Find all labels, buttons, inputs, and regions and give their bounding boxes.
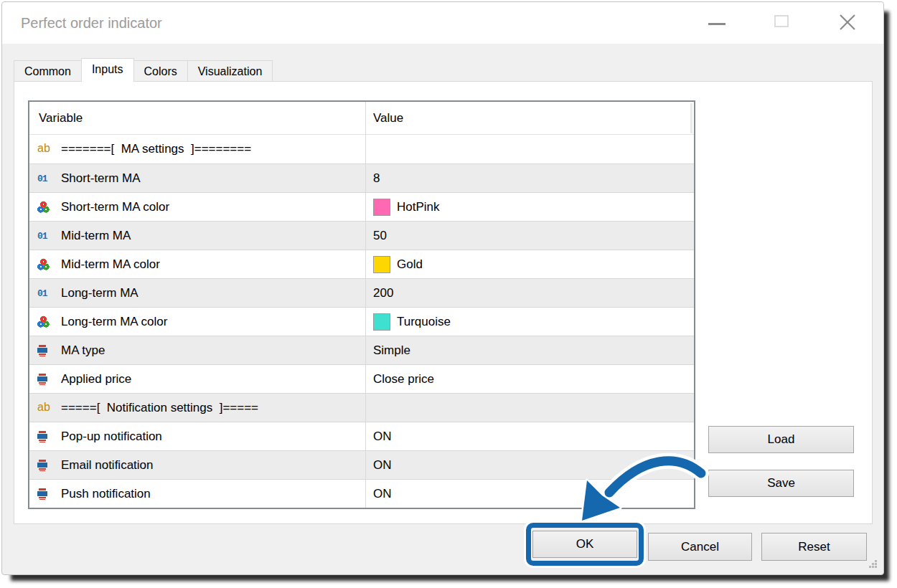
- tab-common[interactable]: Common: [14, 60, 82, 82]
- param-type-icon: 01: [37, 229, 52, 242]
- param-label: Long-term MA color: [61, 308, 167, 336]
- table-row[interactable]: Applied price Close price: [29, 364, 694, 393]
- param-label: Pop-up notification: [61, 422, 162, 450]
- table-row[interactable]: ab =======[ MA settings ]========: [29, 135, 694, 163]
- param-value[interactable]: ON: [373, 480, 392, 508]
- column-divider[interactable]: [365, 102, 366, 508]
- color-swatch[interactable]: [373, 199, 390, 216]
- param-value[interactable]: ON: [373, 422, 392, 450]
- param-label: =====[ Notification settings ]=====: [61, 394, 258, 422]
- param-type-icon: [37, 488, 47, 500]
- param-value[interactable]: Gold: [397, 250, 423, 278]
- param-label: MA type: [61, 336, 105, 364]
- minimize-icon[interactable]: [708, 23, 725, 25]
- window-title: Perfect order indicator: [21, 2, 162, 44]
- param-type-icon: [37, 374, 47, 385]
- param-value[interactable]: Simple: [373, 336, 410, 364]
- table-row[interactable]: Email notification ON: [29, 450, 694, 479]
- param-label: Email notification: [61, 451, 154, 479]
- close-icon[interactable]: [837, 12, 858, 32]
- title-bar: Perfect order indicator: [2, 2, 883, 44]
- table-row[interactable]: Short-term MA color HotPink: [29, 192, 694, 221]
- table-row[interactable]: Long-term MA color Turquoise: [29, 307, 694, 336]
- param-value[interactable]: Close price: [373, 365, 434, 393]
- param-type-icon: [37, 460, 47, 471]
- column-header-value: Value: [373, 102, 403, 135]
- param-value[interactable]: 200: [373, 279, 393, 307]
- param-type-icon: [37, 316, 50, 328]
- table-row[interactable]: 01 Long-term MA 200: [29, 278, 694, 307]
- indicator-settings-dialog: Perfect order indicator CommonInputsColo…: [1, 1, 884, 575]
- header-separator: [690, 103, 692, 133]
- param-label: Long-term MA: [61, 279, 138, 307]
- table-row[interactable]: Pop-up notification ON: [29, 422, 694, 450]
- table-header: Variable Value: [29, 102, 694, 135]
- maximize-icon: [774, 15, 789, 27]
- save-button[interactable]: Save: [708, 470, 854, 497]
- param-label: Short-term MA color: [61, 193, 169, 221]
- table-row[interactable]: 01 Short-term MA 8: [29, 163, 694, 192]
- table-row[interactable]: ab =====[ Notification settings ]=====: [29, 393, 694, 422]
- param-label: =======[ MA settings ]========: [61, 135, 251, 163]
- param-label: Push notification: [61, 480, 151, 508]
- cancel-button[interactable]: Cancel: [648, 533, 752, 561]
- param-label: Mid-term MA: [61, 222, 131, 250]
- table-row[interactable]: Push notification ON: [29, 479, 694, 508]
- table-row[interactable]: MA type Simple: [29, 336, 694, 364]
- param-value[interactable]: 50: [373, 222, 387, 250]
- param-type-icon: [37, 431, 47, 442]
- param-type-icon: ab: [37, 402, 52, 414]
- param-type-icon: 01: [37, 172, 52, 184]
- tab-visualization[interactable]: Visualization: [187, 60, 273, 82]
- param-value[interactable]: 8: [373, 164, 380, 192]
- tab-inputs[interactable]: Inputs: [81, 58, 134, 82]
- ok-button-highlight: OK: [526, 523, 644, 566]
- param-value[interactable]: Turquoise: [397, 308, 451, 336]
- parameters-table: Variable Value ab =======[ MA settings ]…: [28, 100, 695, 509]
- param-value[interactable]: HotPink: [397, 193, 440, 221]
- tab-colors[interactable]: Colors: [133, 60, 188, 82]
- param-label: Mid-term MA color: [61, 250, 160, 278]
- table-row[interactable]: 01 Mid-term MA 50: [29, 221, 694, 250]
- param-label: Applied price: [61, 365, 131, 393]
- reset-button[interactable]: Reset: [761, 533, 867, 561]
- resize-grip-icon[interactable]: [868, 559, 878, 569]
- column-header-variable: Variable: [39, 102, 83, 135]
- inputs-tab-page: Variable Value ab =======[ MA settings ]…: [14, 81, 873, 524]
- param-type-icon: [37, 345, 47, 356]
- param-type-icon: 01: [37, 287, 52, 299]
- tab-bar: CommonInputsColorsVisualization: [14, 58, 272, 82]
- table-row[interactable]: Mid-term MA color Gold: [29, 250, 694, 278]
- param-type-icon: [37, 258, 50, 270]
- param-type-icon: [37, 201, 50, 213]
- param-value[interactable]: ON: [373, 451, 392, 479]
- param-label: Short-term MA: [61, 164, 141, 192]
- ok-button[interactable]: OK: [532, 531, 637, 558]
- param-type-icon: ab: [37, 143, 52, 156]
- load-button[interactable]: Load: [708, 426, 854, 453]
- color-swatch[interactable]: [373, 256, 390, 273]
- color-swatch[interactable]: [373, 313, 390, 331]
